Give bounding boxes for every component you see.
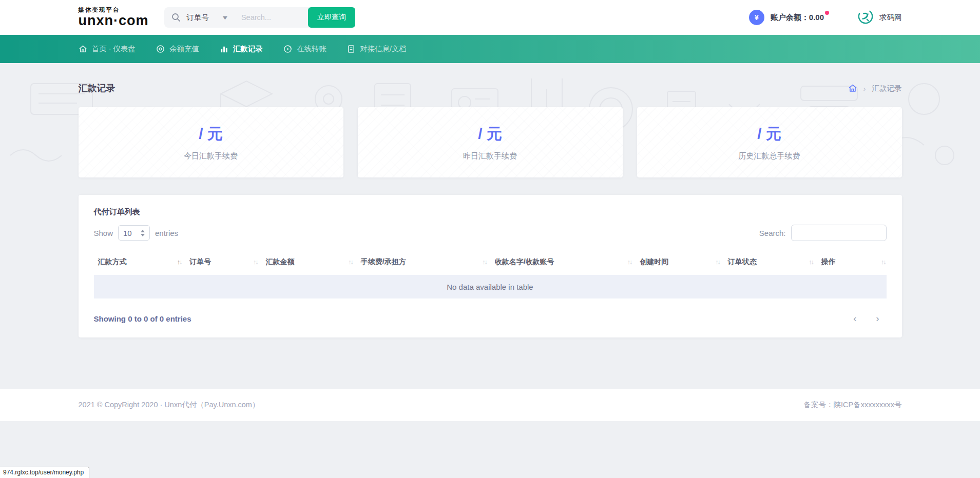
records-icon bbox=[220, 45, 228, 53]
notification-dot bbox=[825, 11, 829, 15]
breadcrumb-current: 汇款记录 bbox=[872, 84, 902, 93]
site-logo[interactable]: 媒体变现平台 unxn·com bbox=[79, 7, 149, 28]
stat-value: / 元 bbox=[478, 124, 502, 145]
stat-value: / 元 bbox=[199, 124, 223, 145]
icp-info: 备案号：陕ICP备xxxxxxxxx号 bbox=[804, 400, 902, 410]
nav-label: 余额充值 bbox=[169, 44, 199, 54]
sort-icon: ↑↓ bbox=[348, 258, 353, 266]
orders-table-card: 代付订单列表 Show 10 entries Search: 汇款方 bbox=[79, 195, 902, 337]
balance-text: 账户余额：0.00 bbox=[771, 13, 828, 23]
stat-value: / 元 bbox=[757, 124, 781, 145]
pagination: ‹ › bbox=[841, 310, 887, 327]
breadcrumb-separator: › bbox=[863, 84, 866, 93]
page-title: 汇款记录 bbox=[79, 82, 116, 94]
balance-label: 账户余额： bbox=[771, 13, 809, 22]
column-header-actions[interactable]: 操作 ↑↓ bbox=[821, 257, 887, 267]
yen-icon: ¥ bbox=[749, 10, 764, 25]
search-icon bbox=[171, 13, 181, 22]
sort-icon: ↑↓ bbox=[627, 258, 632, 266]
recharge-icon bbox=[156, 45, 165, 53]
nav-item-remit-records[interactable]: 汇款记录 bbox=[220, 44, 263, 54]
partner-link[interactable]: 求码网 bbox=[857, 8, 902, 27]
nav-item-docs[interactable]: 对接信息/文档 bbox=[347, 44, 407, 54]
search-category-select[interactable]: 订单号 ▼ bbox=[187, 13, 228, 23]
sort-icon: ↑↓ bbox=[482, 258, 487, 266]
sort-icon: ↑↓ bbox=[715, 258, 720, 266]
breadcrumb: › 汇款记录 bbox=[848, 84, 902, 93]
prev-page-button[interactable]: ‹ bbox=[847, 310, 864, 327]
table-title: 代付订单列表 bbox=[94, 207, 887, 217]
account-balance[interactable]: ¥ 账户余额：0.00 bbox=[749, 10, 828, 25]
nav-item-dashboard[interactable]: 首页 - 仪表盘 bbox=[79, 44, 136, 54]
copyright-text: 2021 © CopyRight 2020 · Unxn代付（Pay.Unxn.… bbox=[79, 400, 260, 410]
table-summary: Showing 0 to 0 of 0 entries bbox=[94, 314, 191, 323]
column-header-remit-method[interactable]: 汇款方式 ↑↓ bbox=[94, 257, 190, 267]
sort-icon: ↑↓ bbox=[881, 258, 886, 266]
browser-status-url: 974.rglxc.top/user/money.php bbox=[0, 467, 89, 478]
query-now-button[interactable]: 立即查询 bbox=[308, 7, 355, 28]
partner-name: 求码网 bbox=[879, 13, 902, 23]
table-header-row: 汇款方式 ↑↓ 订单号 ↑↓ 汇款金额 ↑↓ 手续费/承担方 ↑↓ 收款名字/收… bbox=[94, 253, 887, 275]
balance-value: 0.00 bbox=[809, 13, 824, 22]
stat-cards: / 元 今日汇款手续费 / 元 昨日汇款手续费 / 元 历史汇款总手续费 bbox=[79, 107, 902, 177]
header-search-bar: 订单号 ▼ 立即查询 bbox=[164, 7, 355, 28]
column-header-fee[interactable]: 手续费/承担方 ↑↓ bbox=[361, 257, 495, 267]
sort-icon: ↑↓ bbox=[177, 258, 182, 266]
stat-label: 昨日汇款手续费 bbox=[463, 151, 517, 161]
icp-label: 备案号： bbox=[804, 401, 834, 409]
home-icon bbox=[79, 45, 87, 53]
stat-card-today: / 元 今日汇款手续费 bbox=[79, 107, 343, 177]
table-empty-row: No data available in table bbox=[94, 275, 887, 298]
nav-label: 对接信息/文档 bbox=[360, 44, 407, 54]
column-header-created[interactable]: 创建时间 ↑↓ bbox=[640, 257, 727, 267]
order-search-input[interactable] bbox=[241, 13, 308, 22]
partner-logo-icon bbox=[857, 8, 874, 27]
top-header: 媒体变现平台 unxn·com 订单号 ▼ 立即查询 ¥ 账户余额：0.00 bbox=[0, 0, 980, 35]
stat-card-yesterday: / 元 昨日汇款手续费 bbox=[358, 107, 623, 177]
empty-message: No data available in table bbox=[447, 283, 533, 291]
stat-label: 今日汇款手续费 bbox=[184, 151, 238, 161]
column-header-status[interactable]: 订单状态 ↑↓ bbox=[728, 257, 821, 267]
column-header-order-no[interactable]: 订单号 ↑↓ bbox=[189, 257, 265, 267]
docs-icon bbox=[347, 45, 355, 53]
page-content: 汇款记录 › 汇款记录 / 元 今日汇款手续费 / 元 昨日汇款手续费 / 元 … bbox=[0, 63, 980, 421]
stat-card-history: / 元 历史汇款总手续费 bbox=[637, 107, 902, 177]
nav-label: 汇款记录 bbox=[233, 44, 263, 54]
breadcrumb-home-icon[interactable] bbox=[848, 84, 857, 93]
page-size-value: 10 bbox=[123, 229, 132, 237]
page-length-control: Show 10 entries bbox=[94, 225, 179, 241]
spinner-arrows-icon bbox=[141, 230, 145, 236]
transfer-icon bbox=[283, 45, 292, 53]
nav-item-transfer[interactable]: 在线转账 bbox=[283, 44, 326, 54]
chevron-down-icon: ▼ bbox=[221, 14, 229, 21]
search-category-value: 订单号 bbox=[187, 13, 209, 23]
nav-label: 在线转账 bbox=[297, 44, 326, 54]
nav-item-recharge[interactable]: 余额充值 bbox=[156, 44, 199, 54]
footer: 2021 © CopyRight 2020 · Unxn代付（Pay.Unxn.… bbox=[0, 389, 980, 421]
sort-icon: ↑↓ bbox=[253, 258, 258, 266]
logo-tagline: 媒体变现平台 bbox=[79, 7, 149, 13]
entries-label: entries bbox=[155, 229, 178, 237]
next-page-button[interactable]: › bbox=[869, 310, 887, 327]
column-header-payee[interactable]: 收款名字/收款账号 ↑↓ bbox=[495, 257, 640, 267]
table-search-control: Search: bbox=[759, 225, 887, 241]
column-header-amount[interactable]: 汇款金额 ↑↓ bbox=[266, 257, 361, 267]
logo-text: unxn·com bbox=[79, 14, 149, 28]
show-label: Show bbox=[94, 229, 113, 237]
main-nav: 首页 - 仪表盘 余额充值 汇款记录 在线转账 对接信息/文档 bbox=[0, 35, 980, 63]
table-search-input[interactable] bbox=[791, 225, 887, 241]
icp-link[interactable]: 陕ICP备xxxxxxxxx号 bbox=[834, 401, 902, 409]
table-search-label: Search: bbox=[759, 229, 786, 237]
page-size-select[interactable]: 10 bbox=[118, 225, 150, 241]
nav-label: 首页 - 仪表盘 bbox=[92, 44, 136, 54]
sort-icon: ↑↓ bbox=[809, 258, 813, 266]
stat-label: 历史汇款总手续费 bbox=[739, 151, 800, 161]
